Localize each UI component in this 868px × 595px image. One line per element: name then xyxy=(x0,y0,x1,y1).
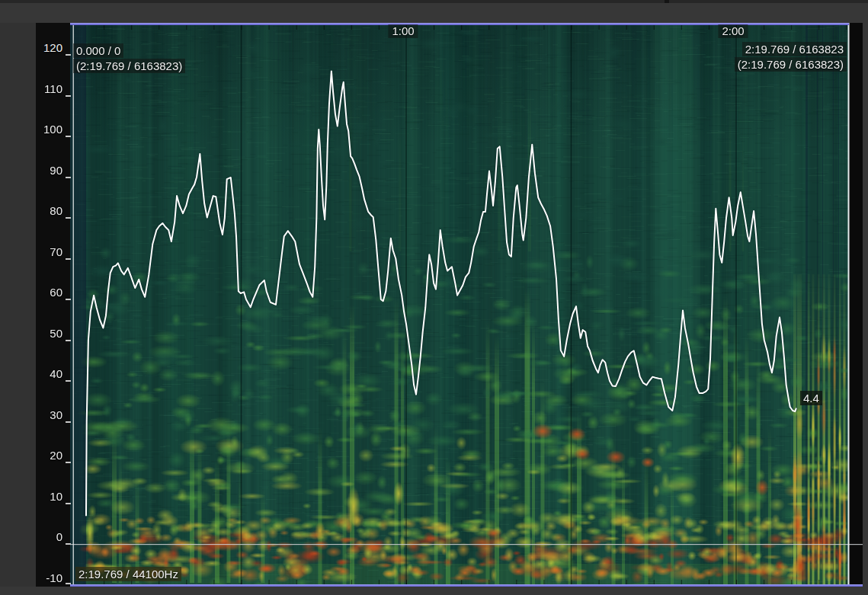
db-tick-label: -10 xyxy=(29,572,62,584)
db-tick-label: 0 xyxy=(29,531,62,543)
db-tick-label: 10 xyxy=(29,491,62,503)
db-tick-label: 120 xyxy=(29,42,62,54)
db-tick-label: 110 xyxy=(29,83,62,95)
db-tick-mark xyxy=(66,421,71,423)
db-tick-mark xyxy=(66,136,71,137)
db-tick-mark xyxy=(66,543,71,545)
db-tick-mark xyxy=(66,380,71,382)
db-tick-mark xyxy=(66,217,71,219)
db-tick-mark xyxy=(66,258,71,260)
toolbar-separator xyxy=(665,0,669,3)
curve-end-value-label: 4.4 xyxy=(800,391,822,405)
db-tick-mark xyxy=(66,95,71,97)
db-tick-label: 60 xyxy=(29,286,62,299)
db-tick-mark xyxy=(66,340,71,341)
db-tick-label: 40 xyxy=(29,368,62,380)
db-tick-mark xyxy=(66,177,71,178)
db-tick-label: 100 xyxy=(29,123,62,136)
db-tick-label: 80 xyxy=(29,205,62,217)
db-tick-label: 50 xyxy=(29,328,62,340)
time-ruler-label: 2:00 xyxy=(718,24,748,38)
end-total-readout: (2:19.769 / 6163823) xyxy=(735,57,847,72)
db-tick-label: 90 xyxy=(29,165,62,177)
playback-status: 2:19.769 / 44100Hz xyxy=(75,567,181,581)
db-tick-label: 70 xyxy=(29,246,62,258)
cursor-position-readout: 0.000 / 0 xyxy=(73,43,123,58)
db-tick-mark xyxy=(66,503,71,504)
db-tick-label: 30 xyxy=(29,409,62,421)
toolbar-strip xyxy=(0,0,868,3)
db-tick-mark xyxy=(66,299,71,300)
app-window: 1201101009080706050403020100-10 1:002:00… xyxy=(0,0,868,595)
db-tick-label: 20 xyxy=(29,449,62,462)
db-tick-mark xyxy=(66,462,71,463)
pane-border-bottom xyxy=(70,584,863,587)
cursor-total-readout: (2:19.769 / 6163823) xyxy=(73,59,185,73)
end-position-readout: 2:19.769 / 6163823 xyxy=(742,42,847,56)
db-tick-mark xyxy=(66,583,71,584)
time-ruler-label: 1:00 xyxy=(388,24,418,38)
db-tick-mark xyxy=(66,54,71,56)
spectrogram-canvas[interactable] xyxy=(70,23,863,587)
